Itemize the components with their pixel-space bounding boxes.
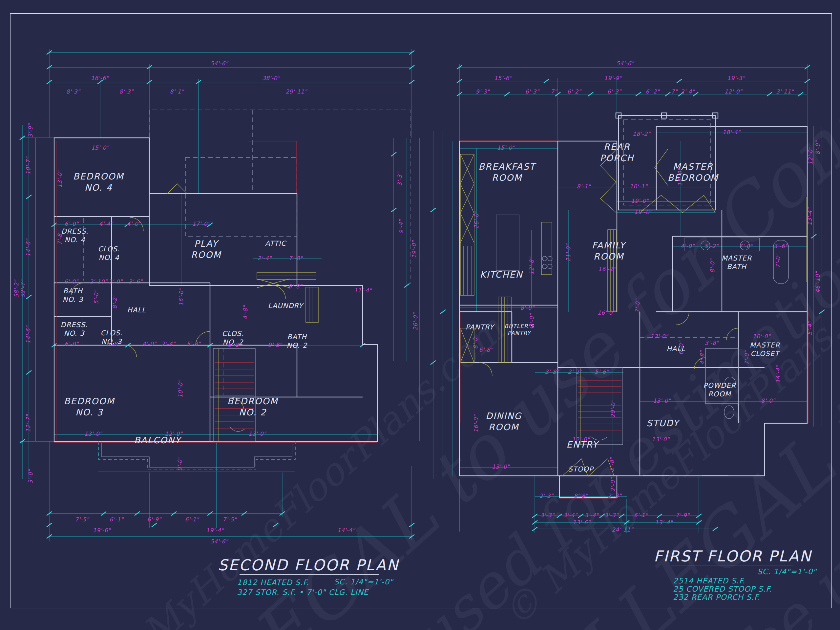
- second-floor-note-storage: 327 STOR. S.F. • 7'-0" CLG. LINE: [237, 588, 368, 597]
- dim-label: 15'-0": [91, 144, 109, 151]
- dim-label: 54'-6": [210, 538, 228, 545]
- dim-label: 6'-8": [106, 341, 120, 347]
- dim-label: 7'-8": [57, 231, 63, 245]
- dim-label: 54'-6": [210, 60, 228, 66]
- dim-label: 17'-0": [677, 168, 684, 186]
- dim-label: 2'-8": [609, 458, 615, 472]
- dim-label: 17'-0": [192, 221, 210, 227]
- dim-label: 7'-0": [634, 299, 641, 313]
- dim-label: 6'-1": [634, 512, 648, 518]
- dim-label: 8'-0": [472, 335, 479, 349]
- second-floor-title: SECOND FLOOR PLAN: [218, 556, 399, 574]
- room-label-rear-porch: REAR PORCH: [600, 141, 634, 164]
- dim-label: 18'-2": [633, 131, 651, 137]
- dim-label: 12'-8": [528, 257, 535, 275]
- second-floor-scale: SC. 1/4"=1'-0": [334, 578, 393, 586]
- dim-label: 19'-0": [634, 209, 652, 215]
- dim-label: 13'-0": [57, 170, 63, 188]
- dim-label: 18'-4": [723, 129, 740, 136]
- dim-label: 12'-0": [807, 147, 814, 165]
- dim-label: 7'-5": [75, 516, 89, 523]
- dim-label: 9'-3": [476, 88, 490, 95]
- first-floor-note-porch: 232 REAR PORCH S.F.: [673, 593, 760, 602]
- dim-label: 6'-3": [607, 88, 622, 95]
- dim-label: 12'-0": [165, 431, 182, 437]
- room-label-dining: DINING ROOM: [486, 411, 522, 433]
- dim-label: 13'-4": [655, 519, 673, 526]
- dim-label: 8'-9": [815, 141, 821, 155]
- dim-label: 3'-9": [27, 124, 34, 138]
- dim-label: 8'-1": [170, 88, 184, 95]
- room-label-kitchen: KITCHEN: [480, 269, 523, 280]
- dim-label: 2'-2": [568, 368, 582, 375]
- room-label-powder: POWDER ROOM: [703, 381, 736, 399]
- first-floor-title: FIRST FLOOR PLAN: [654, 547, 812, 565]
- dim-label: 2'-3": [608, 493, 622, 499]
- dim-label: 11'-4": [354, 287, 372, 294]
- dim-label: 5'-8": [187, 341, 201, 347]
- dim-label: 19'-0": [411, 240, 417, 258]
- room-label-dress4: DRESS. NO. 4: [61, 227, 88, 245]
- room-label-breakfast: BREAKFAST ROOM: [478, 161, 535, 183]
- dim-label: 13'-0": [652, 436, 669, 443]
- room-label-playroom: PLAY ROOM: [191, 238, 221, 261]
- dim-label: 14'-6": [25, 326, 32, 344]
- room-label-bedroom4: BEDROOM NO. 4: [73, 171, 124, 193]
- dim-label: 2'-0": [609, 478, 616, 492]
- dim-label: 4'-0": [529, 314, 535, 328]
- second-floor-title-underline: [240, 574, 379, 575]
- dim-label: 3'-11": [776, 88, 794, 95]
- dim-label: 4'-8": [242, 305, 249, 320]
- dim-label: 9'-0": [177, 457, 183, 471]
- first-floor-title-underline: [671, 565, 793, 565]
- dim-label: 2'-10": [90, 278, 107, 285]
- dim-label: 6'-3": [525, 88, 540, 95]
- room-label-pantry: PANTRY: [466, 323, 494, 332]
- dim-label: 6'-2": [567, 88, 581, 95]
- dim-label: 3'-0": [27, 469, 34, 484]
- dim-label: 19'-4": [206, 527, 224, 534]
- dim-label: 8'-0": [709, 259, 716, 273]
- dim-label: 14'-6": [25, 239, 32, 257]
- dim-label: 9'-8": [289, 283, 303, 290]
- room-label-dress3: DRESS. NO. 3: [60, 321, 88, 338]
- dim-label: 29'-11": [286, 88, 307, 95]
- dim-label: 19'-3": [727, 75, 745, 81]
- dim-label: 7": [671, 88, 677, 95]
- first-floor-scale: SC. 1/4"=1'-0": [757, 567, 817, 576]
- dim-label: 46'-10": [815, 272, 821, 293]
- dim-label: 7'-0": [744, 351, 750, 365]
- dim-label: 13'-0": [653, 397, 671, 404]
- dim-label: 14'-4": [337, 527, 355, 534]
- room-label-bedroom3: BEDROOM NO. 3: [64, 396, 115, 418]
- dim-label: 12'-0": [725, 88, 742, 95]
- dim-label: 2'-3": [540, 493, 554, 499]
- dim-label: 12'-7": [25, 414, 32, 432]
- room-label-hall-2f: HALL: [127, 306, 146, 314]
- dim-label: 6'-0": [65, 221, 79, 227]
- dim-label: 6'-0": [65, 341, 79, 347]
- dim-label: 5'-0": [93, 290, 99, 304]
- dim-label: 2'-4": [257, 255, 272, 262]
- dim-label: 7'-0": [775, 254, 781, 268]
- room-label-bath2: BATH NO. 2: [286, 333, 307, 350]
- dim-label: 6'-8": [479, 346, 493, 353]
- dim-label: 4'-4": [99, 221, 113, 227]
- second-floor-stair-treads: [215, 349, 254, 441]
- dim-label: 15'-6": [494, 75, 512, 81]
- dim-label: 24'-11": [612, 526, 633, 533]
- dim-label: 7": [551, 88, 557, 95]
- dim-label: 9'-8": [268, 341, 282, 348]
- dim-label: 3'-4": [564, 512, 578, 518]
- dim-label: 21'-0": [565, 244, 572, 262]
- dim-label: 8'-3": [120, 88, 134, 95]
- first-floor-dimension-lines: [431, 64, 824, 533]
- dim-label: 19'-6": [93, 527, 111, 534]
- dim-label: 13'-4": [807, 208, 813, 226]
- dim-label: 10'-0": [753, 333, 771, 339]
- dim-label: 9'-4": [398, 219, 404, 234]
- dim-label: 19'-9": [604, 75, 622, 81]
- dim-label: 16'-0": [597, 309, 615, 316]
- room-label-study: STUDY: [646, 418, 679, 429]
- dim-label: 6'-0": [678, 341, 684, 355]
